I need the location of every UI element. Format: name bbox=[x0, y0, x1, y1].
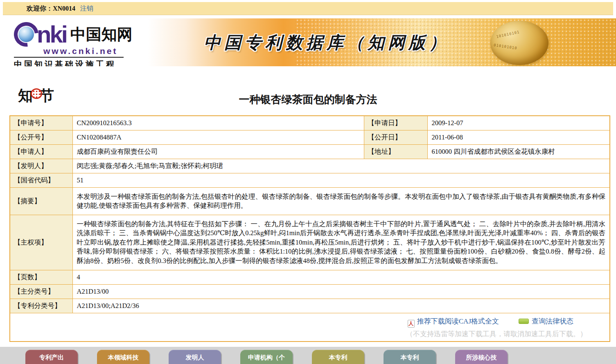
button-label: 人）发表文献 bbox=[248, 362, 285, 364]
table-row: 【摘要】 本发明涉及一种银杏绿茶面包的制备方法,包括银杏叶的处理、银杏绿茶的制备… bbox=[10, 188, 610, 215]
golden-globe-icon: 101010101010101010 bbox=[490, 21, 548, 65]
cnki-slogan: 中国知识基础设施工程 bbox=[14, 57, 124, 66]
footer-button-patent-output-analysis[interactable]: 专利产出 状态分析 bbox=[25, 350, 78, 364]
download-links-row: 人推荐下载阅读CAJ格式全文查询法律状态 （不支持迅雷等加速下载工具，请取消加速… bbox=[10, 313, 610, 342]
field-value: CN102084887A bbox=[72, 130, 364, 145]
banner-title: 中国专利数据库（知网版） bbox=[204, 31, 449, 54]
field-label: 【主分类号】 bbox=[10, 285, 72, 299]
legal-status-icon[interactable] bbox=[519, 319, 529, 324]
footer-button-inventor-publications[interactable]: 发明人 发表文献 bbox=[169, 350, 221, 364]
button-label: 发明人 bbox=[186, 353, 204, 362]
button-label: 发表文献 bbox=[183, 362, 207, 364]
footer-button-applicant-publications[interactable]: 申请机构（个 人）发表文献 bbox=[240, 350, 293, 364]
table-row: 【国省代码】 51 bbox=[10, 173, 610, 188]
button-label: 术研究动态 bbox=[466, 362, 497, 364]
page-title: 一种银杏绿茶面包的制备方法 bbox=[0, 87, 616, 107]
field-label: 【摘要】 bbox=[10, 188, 72, 215]
cnki-chinese-name: 中国知网 bbox=[70, 26, 133, 43]
footer-button-core-tech-research-trends[interactable]: 所涉核心技 术研究动态 bbox=[455, 350, 508, 364]
patent-detail-table: 【申请号】 CN200910216563.3 【申请日】 2009-12-07 … bbox=[9, 115, 610, 342]
claim-text: 一种银杏绿茶面包的制备方法,其特征在于包括如下步骤： 一、在九月份上午十点之后采… bbox=[72, 215, 610, 270]
footer-button-bar: 专利产出 状态分析 本领域科技 成果与标准 发明人 发表文献 申请机构（个 人）… bbox=[0, 347, 616, 364]
field-value: 51 bbox=[72, 173, 610, 188]
welcome-label: 欢迎你： bbox=[27, 5, 53, 12]
caj-download-link[interactable]: 推荐下载阅读CAJ格式全文 bbox=[417, 317, 499, 325]
field-label: 【公开号】 bbox=[10, 130, 72, 145]
field-value: 闵志强;黄薇;邬春久;毛旭华;马宣毅;张怀莉;柯玥珺 bbox=[72, 159, 610, 173]
welcome-bar: 欢迎你：XN0014 注销 bbox=[3, 2, 613, 15]
footer-button-patent-background[interactable]: 本专利 研制背景 bbox=[312, 350, 364, 364]
field-value: CN200910216563.3 bbox=[72, 116, 364, 130]
header-banner: nki 中国知网 www.cnki.net 中国知识基础设施工程 中国专利数据库… bbox=[0, 18, 616, 66]
button-label: 状态分析 bbox=[39, 362, 64, 364]
table-row: 【主权项】 一种银杏绿茶面包的制备方法,其特征在于包括如下步骤： 一、在九月份上… bbox=[10, 215, 610, 270]
table-row: 【专利分类号】 A21D13/00;A21D2/36 bbox=[10, 299, 610, 313]
caj-file-icon[interactable]: 人 bbox=[408, 320, 415, 328]
table-row: 人推荐下载阅读CAJ格式全文查询法律状态 （不支持迅雷等加速下载工具，请取消加速… bbox=[10, 313, 610, 342]
field-value: A21D13/00;A21D2/36 bbox=[72, 299, 610, 313]
download-note: （不支持迅雷等加速下载工具，请取消加速工具后下载。） bbox=[10, 329, 609, 339]
table-row: 【发明人】 闵志强;黄薇;邬春久;毛旭华;马宣毅;张怀莉;柯玥珺 bbox=[10, 159, 610, 173]
button-label: 研制背景 bbox=[326, 362, 350, 364]
footer-button-field-achievements-standards[interactable]: 本领域科技 成果与标准 bbox=[97, 350, 149, 364]
field-label: 【申请人】 bbox=[10, 145, 72, 159]
table-row: 【申请人】 成都百康药业有限责任公司 【地址】 610000 四川省成都市武侯区… bbox=[10, 145, 610, 159]
field-value: 成都百康药业有限责任公司 bbox=[72, 145, 364, 159]
field-label: 【页数】 bbox=[10, 270, 72, 285]
field-value: 2011-06-08 bbox=[427, 130, 610, 145]
topbar-wrapper: 欢迎你：XN0014 注销 bbox=[0, 0, 616, 15]
cnki-letters: nki bbox=[37, 22, 66, 46]
username: XN0014 bbox=[53, 5, 75, 12]
logout-link[interactable]: 注销 bbox=[80, 5, 93, 12]
field-label: 【申请号】 bbox=[10, 116, 72, 130]
table-row: 【申请号】 CN200910216563.3 【申请日】 2009-12-07 bbox=[10, 116, 610, 130]
node-seal-icon bbox=[31, 88, 42, 99]
field-value: A21D13/00 bbox=[72, 285, 610, 299]
node-badge-left-char: 知 bbox=[18, 88, 33, 104]
button-label: 专利产出 bbox=[39, 353, 64, 362]
field-label: 【申请日】 bbox=[364, 116, 427, 130]
table-row: 【公开号】 CN102084887A 【公开日】 2011-06-08 bbox=[10, 130, 610, 145]
button-label: 所涉核心技 bbox=[466, 353, 497, 362]
field-value: 4 bbox=[72, 270, 610, 285]
button-label: 应用动态 bbox=[397, 362, 422, 364]
field-value: 610000 四川省成都市武侯区金花镇永康村 bbox=[427, 145, 610, 159]
cnki-logo: nki 中国知网 www.cnki.net 中国知识基础设施工程 bbox=[14, 22, 133, 66]
button-label: 本专利 bbox=[401, 353, 419, 362]
field-label: 【国省代码】 bbox=[10, 173, 72, 188]
field-label: 【地址】 bbox=[364, 145, 427, 159]
legal-status-link[interactable]: 查询法律状态 bbox=[532, 317, 573, 325]
table-row: 【主分类号】 A21D13/00 bbox=[10, 285, 610, 299]
globe-icon bbox=[18, 27, 34, 42]
table-row: 【页数】 4 bbox=[10, 270, 610, 285]
cnki-node-badge: 知 节 bbox=[18, 88, 54, 104]
footer-button-patent-application-trends[interactable]: 本专利 应用动态 bbox=[384, 350, 436, 364]
field-label: 【公开日】 bbox=[364, 130, 427, 145]
title-row: 知 节 一种银杏绿茶面包的制备方法 bbox=[0, 87, 616, 111]
button-label: 本领域科技 bbox=[108, 353, 139, 362]
field-label: 【主权项】 bbox=[10, 215, 72, 270]
cnki-url: www.cnki.net bbox=[43, 46, 133, 56]
field-label: 【专利分类号】 bbox=[10, 299, 72, 313]
button-label: 成果与标准 bbox=[108, 362, 139, 364]
field-label: 【发明人】 bbox=[10, 159, 72, 173]
button-label: 本专利 bbox=[329, 353, 347, 362]
button-label: 申请机构（个 bbox=[248, 353, 285, 362]
field-value: 2009-12-07 bbox=[427, 116, 610, 130]
abstract-text: 本发明涉及一种银杏绿茶面包的制备方法,包括银杏叶的处理、银杏绿茶的制备、银杏绿茶… bbox=[72, 188, 610, 215]
